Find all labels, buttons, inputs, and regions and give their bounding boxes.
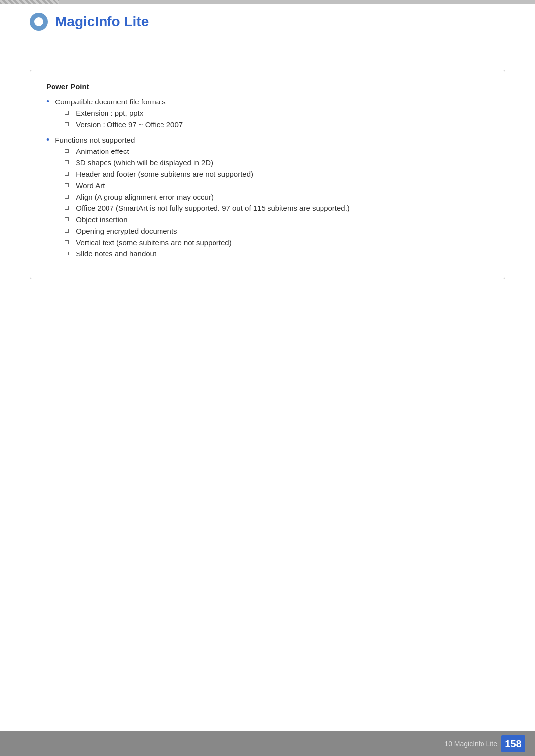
sub-list-1: Extension : ppt, pptx Version : Office 9… [55, 109, 183, 129]
bullet-content: Compatible document file formats Extensi… [55, 98, 183, 132]
logo-icon [30, 13, 48, 31]
list-item: Animation effect [55, 147, 350, 155]
bullet-list: • Compatible document file formats Exten… [46, 98, 489, 261]
logo-inner [34, 17, 43, 26]
sub-list-2: Animation effect 3D shapes (which will b… [55, 147, 350, 258]
list-item: 3D shapes (which will be displayed in 2D… [55, 158, 350, 167]
sub-item-text: Object insertion [76, 215, 127, 224]
footer-page-number: 158 [501, 735, 525, 752]
footer-text: 10 MagicInfo Lite [444, 740, 497, 748]
top-bar [0, 0, 535, 4]
sub-item-text: Header and footer (some subitems are not… [76, 170, 253, 178]
list-item: Vertical text (some subitems are not sup… [55, 238, 350, 247]
sub-bullet-icon [65, 183, 69, 187]
list-item: Office 2007 (SmartArt is not fully suppo… [55, 204, 350, 212]
bullet-label: Functions not supported [55, 136, 135, 144]
sub-item-text: Align (A group alignment error may occur… [76, 193, 214, 201]
sub-bullet-icon [65, 206, 69, 210]
bullet-label: Compatible document file formats [55, 98, 165, 106]
main-content: Power Point • Compatible document file f… [0, 40, 535, 319]
sub-item-text: Word Art [76, 181, 105, 190]
page-title: MagicInfo Lite [55, 14, 149, 30]
sub-bullet-icon [65, 149, 69, 153]
bullet-content: Functions not supported Animation effect… [55, 136, 350, 261]
bullet-icon: • [46, 135, 49, 145]
sub-item-text: Version : Office 97 ~ Office 2007 [76, 120, 183, 129]
sub-bullet-icon [65, 111, 69, 115]
list-item: Header and footer (some subitems are not… [55, 170, 350, 178]
list-item: Opening encrypted documents [55, 227, 350, 235]
list-item: Version : Office 97 ~ Office 2007 [55, 120, 183, 129]
sub-bullet-icon [65, 229, 69, 233]
sub-item-text: Slide notes and handout [76, 250, 156, 258]
list-item: Word Art [55, 181, 350, 190]
list-item: • Compatible document file formats Exten… [46, 98, 489, 132]
list-item: Slide notes and handout [55, 250, 350, 258]
list-item: Extension : ppt, pptx [55, 109, 183, 117]
list-item: • Functions not supported Animation effe… [46, 136, 489, 261]
sub-bullet-icon [65, 217, 69, 221]
sub-bullet-icon [65, 240, 69, 244]
sub-bullet-icon [65, 252, 69, 255]
footer: 10 MagicInfo Lite 158 [0, 731, 535, 756]
list-item: Object insertion [55, 215, 350, 224]
sub-item-text: Opening encrypted documents [76, 227, 177, 235]
sub-item-text: Vertical text (some subitems are not sup… [76, 238, 231, 247]
sub-item-text: Animation effect [76, 147, 129, 155]
info-box-title: Power Point [46, 82, 489, 91]
info-box: Power Point • Compatible document file f… [30, 70, 505, 279]
sub-item-text: Extension : ppt, pptx [76, 109, 143, 117]
sub-bullet-icon [65, 122, 69, 126]
sub-bullet-icon [65, 172, 69, 176]
header: MagicInfo Lite [0, 4, 535, 40]
bullet-icon: • [46, 97, 49, 107]
sub-bullet-icon [65, 160, 69, 164]
sub-item-text: 3D shapes (which will be displayed in 2D… [76, 158, 213, 167]
list-item: Align (A group alignment error may occur… [55, 193, 350, 201]
sub-bullet-icon [65, 195, 69, 199]
sub-item-text: Office 2007 (SmartArt is not fully suppo… [76, 204, 350, 212]
